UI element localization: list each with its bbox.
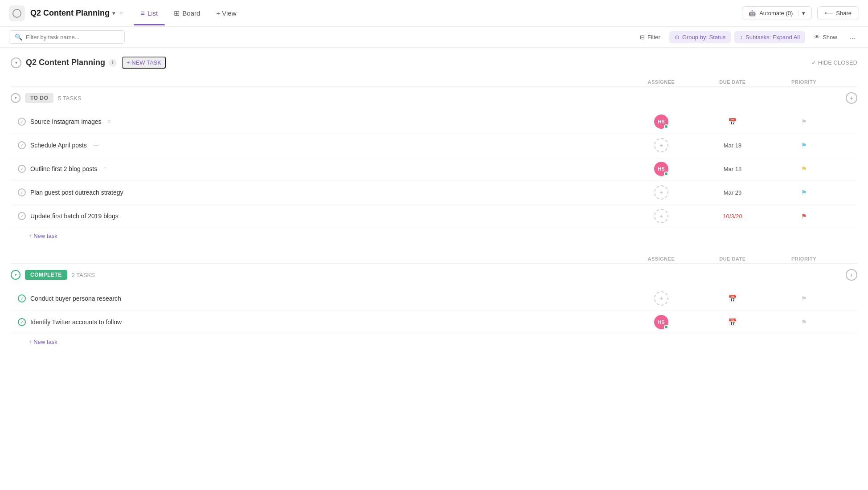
task-duedate-4[interactable]: Mar 29 bbox=[697, 189, 768, 196]
share-icon: ⟵ bbox=[825, 10, 833, 16]
check-icon: ✓ bbox=[811, 59, 816, 66]
project-name: Q2 Content Planning bbox=[26, 58, 105, 67]
title-menu-icon[interactable]: ≡ bbox=[119, 10, 123, 16]
task-left-4: ✓ Plan guest post outreach strategy bbox=[11, 188, 626, 196]
avatar-1[interactable]: HS bbox=[654, 114, 668, 129]
main-nav: ≡ List ⊞ Board + View bbox=[134, 5, 244, 21]
list-tab-icon: ≡ bbox=[141, 9, 145, 17]
complete-add-button[interactable]: + bbox=[846, 269, 857, 281]
hide-closed-button[interactable]: ✓ HIDE CLOSED bbox=[811, 59, 857, 66]
task-name-5[interactable]: Update first batch of 2019 blogs bbox=[30, 212, 119, 220]
main-content: ▾ Q2 Content Planning ℹ + NEW TASK ✓ HID… bbox=[0, 48, 868, 369]
project-collapse-button[interactable]: ▾ bbox=[11, 57, 21, 68]
task-priority-4[interactable]: ⚑ bbox=[768, 189, 839, 196]
task-row: ✓ Outline first 2 blog posts ≡ HS Mar 18… bbox=[11, 157, 857, 181]
avatar-7[interactable]: HS bbox=[654, 315, 668, 329]
task-name-7[interactable]: Identify Twitter accounts to follow bbox=[30, 318, 122, 326]
automate-chevron-icon[interactable]: ▾ bbox=[798, 10, 805, 16]
complete-collapse-button[interactable]: ▾ bbox=[11, 270, 20, 280]
project-info-button[interactable]: ℹ bbox=[109, 59, 117, 67]
task-checkbox-6[interactable]: ✓ bbox=[18, 294, 26, 302]
calendar-icon-7: 📅 bbox=[728, 318, 737, 327]
complete-status-badge: COMPLETE bbox=[25, 270, 67, 280]
task-left-7: ✓ Identify Twitter accounts to follow bbox=[11, 318, 626, 326]
task-checkbox-4[interactable]: ✓ bbox=[18, 188, 26, 196]
app-logo bbox=[9, 5, 25, 21]
task-duedate-3[interactable]: Mar 18 bbox=[697, 166, 768, 172]
task-duedate-7[interactable]: 📅 bbox=[697, 318, 768, 327]
task-duedate-5[interactable]: 10/3/20 bbox=[697, 213, 768, 220]
avatar-empty-5[interactable]: + bbox=[654, 209, 668, 223]
tab-board[interactable]: ⊞ Board bbox=[167, 5, 207, 21]
task-assignee-6: + bbox=[626, 291, 697, 306]
todo-status-badge: TO DO bbox=[25, 93, 53, 103]
avatar-empty-2[interactable]: + bbox=[654, 138, 668, 152]
task-checkbox-2[interactable]: ✓ bbox=[18, 141, 26, 149]
task-duedate-1[interactable]: 📅 bbox=[697, 118, 768, 126]
share-button[interactable]: ⟵ Share bbox=[817, 6, 859, 20]
task-left-2: ✓ Schedule April posts — bbox=[11, 141, 626, 149]
task-name-2[interactable]: Schedule April posts bbox=[30, 142, 87, 149]
task-checkbox-3[interactable]: ✓ bbox=[18, 165, 26, 173]
task-priority-7[interactable]: ⚑ bbox=[768, 318, 839, 326]
title-chevron-icon[interactable]: ▾ bbox=[112, 10, 115, 16]
more-options-button[interactable]: ... bbox=[846, 30, 859, 44]
task-checkbox-7[interactable]: ✓ bbox=[18, 318, 26, 326]
task-checkbox-1[interactable]: ✓ bbox=[18, 118, 26, 126]
avatar-empty-6[interactable]: + bbox=[654, 291, 668, 306]
calendar-icon-6: 📅 bbox=[728, 294, 737, 303]
calendar-icon-1: 📅 bbox=[728, 118, 737, 126]
todo-section-header: ▾ TO DO 5 TASKS + bbox=[11, 88, 857, 108]
task-name-6[interactable]: Conduct buyer persona research bbox=[30, 295, 121, 302]
show-button[interactable]: 👁 Show bbox=[809, 31, 843, 43]
task-row: ✓ Identify Twitter accounts to follow HS… bbox=[11, 310, 857, 334]
group-by-button[interactable]: ⊙ Group by: Status bbox=[669, 31, 731, 43]
app-header: Q2 Content Planning ▾ ≡ ≡ List ⊞ Board +… bbox=[0, 0, 868, 27]
todo-collapse-button[interactable]: ▾ bbox=[11, 93, 20, 103]
subtasks-button[interactable]: ↕ Subtasks: Expand All bbox=[734, 31, 805, 43]
task-priority-3[interactable]: ⚑ bbox=[768, 165, 839, 172]
flag-icon-4: ⚑ bbox=[801, 189, 807, 196]
task-assignee-3: HS bbox=[626, 162, 697, 176]
avatar-empty-4[interactable]: + bbox=[654, 185, 668, 200]
project-new-task-button[interactable]: + NEW TASK bbox=[122, 57, 166, 69]
todo-task-count: 5 TASKS bbox=[58, 95, 81, 102]
todo-add-button[interactable]: + bbox=[846, 92, 857, 104]
task-left-1: ✓ Source Instagram images ≡ bbox=[11, 118, 626, 126]
search-input[interactable] bbox=[26, 34, 115, 41]
task-description-icon-3: ≡ bbox=[103, 166, 106, 172]
task-priority-5[interactable]: ⚑ bbox=[768, 212, 839, 220]
task-duedate-2[interactable]: Mar 18 bbox=[697, 142, 768, 149]
task-priority-1[interactable]: ⚑ bbox=[768, 118, 839, 125]
col-header-task-c bbox=[29, 256, 626, 261]
task-name-4[interactable]: Plan guest post outreach strategy bbox=[30, 189, 123, 196]
subtasks-icon: ↕ bbox=[740, 34, 743, 41]
col-header-assignee-c: ASSIGNEE bbox=[626, 256, 697, 261]
search-box[interactable]: 🔍 bbox=[9, 30, 125, 44]
complete-new-task-button[interactable]: + New task bbox=[11, 334, 857, 350]
show-icon: 👁 bbox=[814, 34, 820, 41]
task-left-5: ✓ Update first batch of 2019 blogs bbox=[11, 212, 626, 220]
col-header-priority-c: PRIORITY bbox=[768, 256, 839, 261]
checkmark-icon: ✓ bbox=[20, 119, 24, 124]
checkmark-icon: ✓ bbox=[20, 214, 24, 219]
avatar-3[interactable]: HS bbox=[654, 162, 668, 176]
automate-button[interactable]: 🤖 Automate (0) ▾ bbox=[742, 6, 812, 20]
filter-button[interactable]: ⊟ Filter bbox=[635, 31, 666, 43]
complete-task-count: 2 TASKS bbox=[72, 272, 95, 278]
task-checkbox-5[interactable]: ✓ bbox=[18, 212, 26, 220]
task-name-3[interactable]: Outline first 2 blog posts bbox=[30, 165, 97, 172]
task-left-6: ✓ Conduct buyer persona research bbox=[11, 294, 626, 302]
group-icon: ⊙ bbox=[675, 34, 680, 41]
task-priority-2[interactable]: ⚑ bbox=[768, 142, 839, 149]
col-header-add-c bbox=[839, 256, 857, 261]
project-header: ▾ Q2 Content Planning ℹ + NEW TASK ✓ HID… bbox=[11, 57, 857, 69]
todo-new-task-button[interactable]: + New task bbox=[11, 228, 857, 244]
task-name-1[interactable]: Source Instagram images bbox=[30, 118, 102, 125]
tab-add-view[interactable]: + View bbox=[209, 6, 243, 20]
task-priority-6[interactable]: ⚑ bbox=[768, 295, 839, 302]
section-todo: ASSIGNEE DUE DATE PRIORITY ▾ TO DO 5 TAS… bbox=[11, 78, 857, 244]
tab-list[interactable]: ≡ List bbox=[134, 6, 165, 21]
task-duedate-6[interactable]: 📅 bbox=[697, 294, 768, 303]
toolbar: 🔍 ⊟ Filter ⊙ Group by: Status ↕ Subtasks… bbox=[0, 27, 868, 48]
